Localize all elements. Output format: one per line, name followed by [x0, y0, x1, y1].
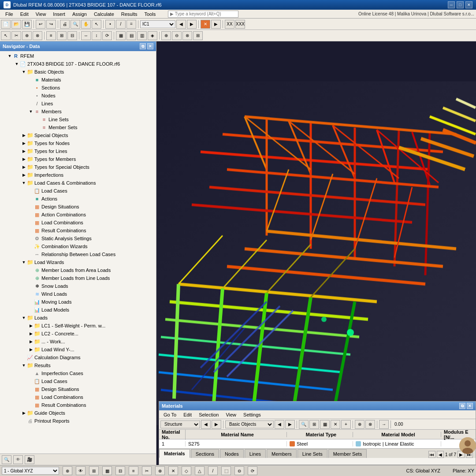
status-icon-13[interactable]: ⬚ [221, 466, 231, 475]
calc-button[interactable]: ✕ [201, 20, 210, 29]
status-icon-8[interactable]: ⊕ [155, 466, 165, 475]
load-cases-comb-toggle[interactable]: ▼ [21, 180, 26, 186]
zoom-button[interactable]: 🔍 [71, 20, 80, 29]
tree-item-action-combinations[interactable]: ▦ Action Combinations [0, 211, 156, 219]
tab-sections[interactable]: Sections [191, 449, 219, 458]
status-icon-15[interactable]: ⟳ [248, 466, 257, 475]
tb2-btn18[interactable]: ⊞ [193, 31, 203, 40]
mat-paste-button[interactable]: ⊗ [365, 420, 375, 429]
tree-item-lc-work[interactable]: ▶ 📁 ... - Work... [0, 338, 156, 346]
tb2-btn13[interactable]: ▥ [137, 31, 147, 40]
mat-arrow-button[interactable]: → [379, 420, 389, 429]
tree-item-design-situations[interactable]: ▦ Design Situations [0, 203, 156, 211]
mat-next-button[interactable]: ▶ [212, 420, 221, 429]
tree-item-sections[interactable]: ▪ Sections [0, 84, 156, 92]
tb2-btn12[interactable]: ▤ [126, 31, 136, 40]
tb2-btn14[interactable]: ◈ [148, 31, 157, 40]
tab-materials[interactable]: Materials [159, 449, 190, 458]
member-button[interactable]: = [126, 20, 136, 29]
coord-system-combo[interactable]: 1 - Global XYZ [2, 467, 59, 475]
tree-item-result-load-cases[interactable]: 📋 Load Cases [0, 377, 156, 385]
save-button[interactable]: 💾 [22, 20, 32, 29]
maximize-button[interactable]: □ [457, 1, 464, 8]
mat-copy-button[interactable]: ⊕ [355, 420, 364, 429]
view-area[interactable]: Materials ⧉ ✕ Go To Edit Selection View … [156, 41, 476, 465]
close-button[interactable]: ✕ [465, 1, 472, 8]
nav-restore-button[interactable]: ⧉ [140, 43, 146, 49]
nav-eye-icon-btn[interactable]: 🔍 [2, 455, 11, 464]
lc1-toggle[interactable]: ▶ [28, 323, 33, 328]
mat-go-left-button[interactable]: ◀ [275, 420, 284, 429]
status-icon-6[interactable]: ≡ [129, 466, 138, 475]
loads-toggle[interactable]: ▼ [21, 315, 26, 320]
tree-item-imperfections[interactable]: ▶ 📁 Imperfections [0, 171, 156, 179]
undo-button[interactable]: ↩ [36, 20, 45, 29]
status-icon-10[interactable]: ◇ [182, 466, 191, 475]
tree-item-member-sets[interactable]: ≡ Member Sets [0, 123, 156, 131]
tree-item-types-special[interactable]: ▶ 📁 Types for Special Objects [0, 163, 156, 171]
structure-combo[interactable]: Structure [160, 420, 200, 428]
tb2-btn8[interactable]: ↔ [81, 31, 91, 40]
tb2-btn9[interactable]: ↕ [92, 31, 101, 40]
mat-close-button[interactable]: ✕ [467, 403, 473, 409]
tree-item-load-cases[interactable]: 📋 Load Cases [0, 187, 156, 195]
tb2-btn3[interactable]: ⊕ [22, 31, 32, 40]
results-toggle[interactable]: ▼ [21, 363, 26, 368]
tree-item-member-loads-line[interactable]: ⊕ Member Loads from Line Loads [0, 274, 156, 282]
imperfections-toggle[interactable]: ▶ [21, 172, 26, 178]
load-wizards-toggle[interactable]: ▼ [21, 260, 26, 265]
tree-item-imperfection-cases[interactable]: ▲ Imperfection Cases [0, 369, 156, 377]
tree-item-materials[interactable]: ■ Materials [0, 76, 156, 84]
node-button[interactable]: • [105, 20, 115, 29]
new-button[interactable]: 📄 [1, 20, 11, 29]
menu-calculate[interactable]: Calculate [90, 11, 118, 18]
tb2-btn1[interactable]: ↖ [1, 31, 11, 40]
tree-item-relationship[interactable]: ↔ Relationship Between Load Cases [0, 250, 156, 258]
tree-item-load-combinations[interactable]: ▦ Load Combinations [0, 219, 156, 227]
tree-item-result-result-comb[interactable]: ▦ Result Combinations [0, 401, 156, 409]
lc-wind-toggle[interactable]: ▶ [28, 347, 33, 352]
tb2-btn7[interactable]: ⊟ [67, 31, 77, 40]
rfem-toggle[interactable]: ▼ [7, 53, 12, 59]
menu-insert[interactable]: Insert [49, 11, 69, 18]
status-icon-5[interactable]: ⊟ [115, 466, 125, 475]
tree-item-file[interactable]: ▼ 📄 2TX043 BRIDGE 107 - DANCE FLOOR.rf6 [0, 60, 156, 68]
mat-search-button[interactable]: 🔍 [299, 420, 309, 429]
tree-item-snow-loads[interactable]: ❄ Snow Loads [0, 282, 156, 290]
tree-item-load-models[interactable]: 📊 Load Models [0, 306, 156, 314]
status-icon-7[interactable]: ✂ [142, 466, 152, 475]
nav-visibility-btn[interactable]: 👁 [13, 455, 23, 464]
types-special-toggle[interactable]: ▶ [21, 164, 26, 170]
menu-tools[interactable]: Tools [141, 11, 159, 18]
tree-item-load-wizards[interactable]: ▼ 📁 Load Wizards [0, 258, 156, 266]
lc2-toggle[interactable]: ▶ [28, 331, 33, 336]
tab-member-sets[interactable]: Member Sets [328, 449, 367, 458]
tree-item-rfem[interactable]: ▼ R RFEM [0, 52, 156, 60]
tb2-btn5[interactable]: ≡ [46, 31, 56, 40]
members-toggle[interactable]: ▼ [28, 109, 33, 114]
pan-button[interactable]: ✋ [81, 20, 91, 29]
select-button[interactable]: ↖ [92, 20, 101, 29]
tab-lines[interactable]: Lines [245, 449, 266, 458]
tree-item-static-analysis[interactable]: ⚙ Static Analysis Settings [0, 234, 156, 242]
line-button[interactable]: / [116, 20, 126, 29]
lc-work-toggle[interactable]: ▶ [28, 339, 33, 344]
tree-item-loads[interactable]: ▼ 📁 Loads [0, 314, 156, 322]
prev-case-button[interactable]: ◀ [176, 20, 186, 29]
tree-item-printout-reports[interactable]: 🖨 Printout Reports [0, 417, 156, 425]
tree-item-types-lines[interactable]: ▶ 📁 Types for Lines [0, 147, 156, 155]
search-input[interactable] [168, 11, 238, 18]
tree-item-calc-diagrams[interactable]: 📈 Calculation Diagrams [0, 353, 156, 361]
tree-item-special-objects[interactable]: ▶ 📁 Special Objects [0, 131, 156, 139]
mat-prev-button[interactable]: ◀ [201, 420, 211, 429]
menu-assign[interactable]: Assign [69, 11, 90, 18]
mat-go-right-button[interactable]: ▶ [285, 420, 295, 429]
status-icon-4[interactable]: ▦ [102, 466, 112, 475]
nav-close-button[interactable]: ✕ [147, 43, 153, 49]
mat-restore-button[interactable]: ⧉ [459, 403, 465, 409]
mat-delete-button[interactable]: ✕ [331, 420, 340, 429]
status-icon-9[interactable]: ✕ [168, 466, 178, 475]
tree-item-types-nodes[interactable]: ▶ 📁 Types for Nodes [0, 139, 156, 147]
tree-item-types-members[interactable]: ▶ 📁 Types for Members [0, 155, 156, 163]
menu-view[interactable]: View [32, 11, 50, 18]
